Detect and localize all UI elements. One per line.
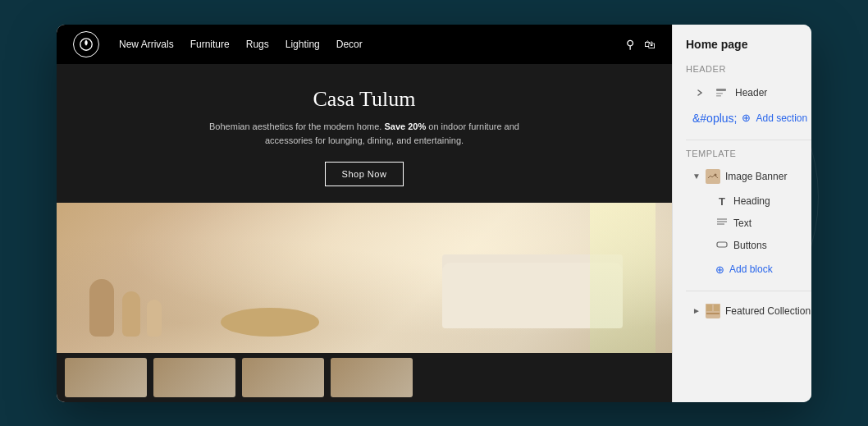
buttons-icon <box>715 240 729 251</box>
image-banner-sub-items: T Heading Text <box>686 191 811 281</box>
svg-point-5 <box>715 173 717 176</box>
text-icon <box>715 218 729 230</box>
svg-rect-9 <box>717 242 727 247</box>
chevron-right-icon <box>692 85 707 100</box>
vase-medium <box>122 291 140 337</box>
text-item[interactable]: Text <box>709 213 811 234</box>
svg-rect-2 <box>716 93 723 94</box>
image-banner-label: Image Banner <box>725 171 787 182</box>
panel-divider <box>686 140 811 140</box>
vase-small <box>147 300 162 337</box>
main-content: New Arrivals Furniture Rugs Lighting Dec… <box>57 25 811 402</box>
panel-title: Home page <box>686 38 811 51</box>
header-item-label: Header <box>735 87 767 98</box>
cart-icon[interactable]: 🛍 <box>644 38 656 51</box>
svg-rect-1 <box>716 89 726 91</box>
svg-rect-12 <box>714 305 720 311</box>
heading-item[interactable]: T Heading <box>709 191 811 212</box>
store-area: New Arrivals Furniture Rugs Lighting Dec… <box>57 25 672 402</box>
header-section-label: Header <box>686 64 811 74</box>
chevron-down-icon: ▼ <box>692 172 701 181</box>
featured-collection-label: Featured Collection <box>725 305 811 317</box>
search-icon[interactable]: ⚲ <box>626 38 634 51</box>
window-light <box>590 203 656 353</box>
product-thumb-2[interactable] <box>153 358 235 397</box>
vase-large <box>89 279 114 337</box>
bottom-strip <box>57 353 672 402</box>
product-thumb-4[interactable] <box>331 358 413 397</box>
nav-link-rugs[interactable]: Rugs <box>246 39 269 50</box>
hero-section: Casa Tulum Bohemian aesthetics for the m… <box>57 64 672 203</box>
image-banner-icon <box>706 169 720 184</box>
hero-image <box>57 203 672 353</box>
heading-icon: T <box>715 195 729 208</box>
side-panel: Home page Header Header <box>672 25 811 402</box>
buttons-label: Buttons <box>733 240 767 251</box>
hero-title: Casa Tulum <box>73 87 656 112</box>
svg-rect-3 <box>716 95 721 97</box>
header-section-icon <box>714 85 729 100</box>
store-navbar: New Arrivals Furniture Rugs Lighting Dec… <box>57 25 672 64</box>
nav-links: New Arrivals Furniture Rugs Lighting Dec… <box>119 39 606 50</box>
buttons-item[interactable]: Buttons <box>709 236 811 255</box>
svg-rect-13 <box>706 313 720 314</box>
browser-window: New Arrivals Furniture Rugs Lighting Dec… <box>57 25 811 402</box>
hero-subtitle: Bohemian aesthetics for the modern home.… <box>208 120 520 149</box>
header-item[interactable]: Header <box>686 80 811 105</box>
nav-link-furniture[interactable]: Furniture <box>190 39 230 50</box>
svg-rect-11 <box>706 305 712 311</box>
featured-collection-row[interactable]: ► Featured Collection <box>686 300 811 323</box>
product-thumb-3[interactable] <box>242 358 324 397</box>
add-section-button[interactable]: &#oplus; ⊕ Add section <box>686 107 811 130</box>
chevron-right-icon-featured: ► <box>692 306 701 315</box>
template-section-label: Template <box>686 149 811 158</box>
featured-collection-icon <box>706 304 720 318</box>
panel-divider-2 <box>686 291 811 291</box>
add-block-label: Add block <box>729 263 773 275</box>
text-label: Text <box>733 218 752 229</box>
nav-link-lighting[interactable]: Lighting <box>286 39 320 50</box>
coffee-table <box>221 308 319 337</box>
product-thumb-1[interactable] <box>65 358 147 397</box>
add-section-plus-icon: ⊕ <box>742 112 751 124</box>
store-logo <box>73 31 99 57</box>
nav-icons: ⚲ 🛍 <box>626 38 656 51</box>
image-banner-row[interactable]: ▼ Image Banner <box>686 165 811 188</box>
heading-label: Heading <box>733 195 770 207</box>
add-block-button[interactable]: ⊕ Add block <box>709 259 811 281</box>
furniture-shapes <box>57 203 672 353</box>
nav-link-decor[interactable]: Decor <box>336 39 363 50</box>
nav-link-new-arrivals[interactable]: New Arrivals <box>119 39 174 50</box>
shop-now-button[interactable]: Shop Now <box>325 162 404 186</box>
add-section-label: Add section <box>756 112 807 124</box>
add-block-plus-icon: ⊕ <box>715 263 724 276</box>
add-section-plus-icon: &#oplus; <box>692 112 737 125</box>
